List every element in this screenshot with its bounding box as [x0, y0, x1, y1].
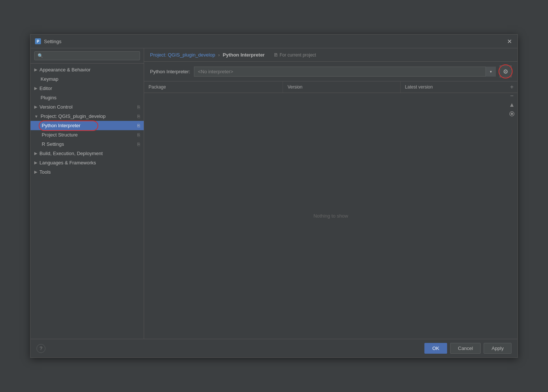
cancel-button[interactable]: Cancel: [450, 343, 481, 354]
remove-package-button[interactable]: −: [508, 92, 516, 100]
chevron-right-icon: ▶: [34, 67, 37, 72]
title-bar: P Settings ✕: [31, 35, 517, 48]
chevron-down-icon: ▼: [34, 114, 38, 119]
for-project-text: For current project: [280, 52, 316, 58]
breadcrumb: Project: QGIS_plugin_develop › Python In…: [144, 48, 517, 62]
sidebar-item-keymap[interactable]: Keymap: [31, 74, 144, 84]
chevron-right-icon: ▶: [34, 86, 37, 91]
sidebar-item-label: Appearance & Behavior: [39, 67, 90, 73]
sidebar-item-build[interactable]: ▶ Build, Execution, Deployment: [31, 149, 144, 158]
copy-icon: ⎘: [137, 132, 140, 138]
copy-icon: ⎘: [137, 142, 140, 147]
gear-button[interactable]: ⚙: [500, 65, 512, 77]
sidebar-item-label: Tools: [39, 169, 51, 175]
svg-text:P: P: [37, 39, 39, 44]
search-input[interactable]: [34, 51, 140, 60]
column-version: Version: [283, 81, 400, 93]
column-latest-version: Latest version: [401, 81, 517, 93]
sidebar-item-python-interpreter[interactable]: Python Interpreter ⎘: [31, 121, 144, 130]
chevron-right-icon: ▶: [34, 105, 37, 109]
sidebar-item-label: Python Interpreter: [42, 123, 80, 128]
apply-button[interactable]: Apply: [484, 343, 512, 354]
sidebar-item-label: Build, Execution, Deployment: [39, 151, 103, 156]
sidebar-item-tools[interactable]: ▶ Tools: [31, 167, 144, 177]
gear-icon: ⚙: [503, 68, 508, 75]
sidebar-item-project[interactable]: ▼ Project: QGIS_plugin_develop ⎘: [31, 112, 144, 121]
upgrade-package-button[interactable]: ▲: [508, 101, 516, 109]
table-actions: + − ▲: [506, 81, 517, 119]
chevron-right-icon: ▶: [34, 160, 37, 165]
show-prerelease-button[interactable]: [508, 110, 516, 118]
copy-icon: ⎘: [137, 123, 140, 128]
ok-button[interactable]: OK: [424, 343, 447, 354]
breadcrumb-separator: ›: [218, 52, 220, 58]
help-button[interactable]: ?: [36, 344, 45, 353]
sidebar-item-r-settings[interactable]: R Settings ⎘: [31, 139, 144, 149]
nav-list: ▶ Appearance & Behavior Keymap ▶ Editor …: [31, 64, 144, 339]
copy-icon: ⎘: [137, 105, 140, 110]
sidebar-item-label: Plugins: [41, 95, 57, 100]
sidebar-item-label: Version Control: [39, 104, 73, 110]
sidebar-item-project-structure[interactable]: Project Structure ⎘: [31, 130, 144, 139]
interpreter-row: Python Interpreter: <No interpreter> ▾ ⚙: [144, 62, 517, 81]
column-package: Package: [144, 81, 283, 93]
table-body: Nothing to show: [144, 93, 517, 339]
breadcrumb-project[interactable]: Project: QGIS_plugin_develop: [150, 52, 215, 58]
copy-icon: ⎘: [137, 114, 140, 119]
chevron-right-icon: ▶: [34, 151, 37, 156]
main-content: Project: QGIS_plugin_develop › Python In…: [144, 48, 517, 339]
settings-dialog: P Settings ✕ ▶ Appearance & Behavior Key…: [30, 34, 518, 358]
package-table: Package Version Latest version + − ▲: [144, 81, 517, 339]
sidebar-item-editor[interactable]: ▶ Editor: [31, 84, 144, 93]
sidebar-item-languages[interactable]: ▶ Languages & Frameworks: [31, 158, 144, 167]
dialog-footer: ? OK Cancel Apply: [31, 339, 517, 357]
sidebar-item-label: R Settings: [42, 141, 64, 147]
search-bar: [31, 48, 144, 64]
svg-point-3: [511, 113, 513, 115]
interpreter-select[interactable]: <No interpreter>: [194, 67, 496, 77]
sidebar-item-label: Languages & Frameworks: [39, 160, 96, 166]
breadcrumb-current: Python Interpreter: [223, 52, 265, 58]
sidebar-item-label: Project Structure: [42, 132, 78, 138]
interpreter-select-wrapper: <No interpreter> ▾: [194, 67, 496, 77]
sidebar-item-version-control[interactable]: ▶ Version Control ⎘: [31, 102, 144, 112]
project-scope-icon: 🖹: [274, 52, 278, 58]
interpreter-label: Python Interpreter:: [150, 69, 190, 74]
for-project-label: 🖹 For current project: [274, 52, 316, 58]
dialog-body: ▶ Appearance & Behavior Keymap ▶ Editor …: [31, 48, 517, 339]
dialog-title: Settings: [44, 39, 506, 44]
sidebar-item-appearance[interactable]: ▶ Appearance & Behavior: [31, 65, 144, 74]
close-button[interactable]: ✕: [506, 38, 513, 45]
sidebar-item-label: Keymap: [41, 76, 58, 82]
table-header: Package Version Latest version: [144, 81, 517, 93]
sidebar-item-plugins[interactable]: Plugins: [31, 93, 144, 102]
dropdown-arrow-icon[interactable]: ▾: [485, 67, 496, 77]
sidebar: ▶ Appearance & Behavior Keymap ▶ Editor …: [31, 48, 144, 339]
add-package-button[interactable]: +: [508, 83, 516, 91]
chevron-right-icon: ▶: [34, 170, 37, 174]
sidebar-item-label: Editor: [39, 86, 52, 91]
app-icon: P: [35, 38, 41, 44]
sidebar-item-label: Project: QGIS_plugin_develop: [41, 113, 106, 119]
empty-state-text: Nothing to show: [313, 213, 348, 219]
